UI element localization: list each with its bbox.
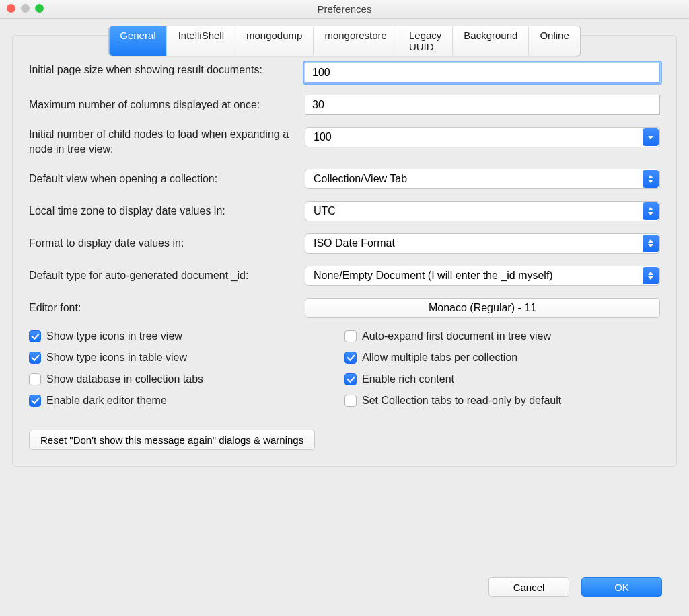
updown-icon — [643, 202, 659, 220]
date-format-select[interactable]: ISO Date Format — [305, 233, 660, 254]
titlebar: Preferences — [0, 0, 689, 19]
id-type-select[interactable]: None/Empty Document (I will enter the _i… — [305, 266, 660, 286]
checkbox-label: Show type icons in tree view — [46, 330, 182, 342]
max-columns-input[interactable] — [305, 95, 660, 115]
id-type-label: Default type for auto-generated document… — [29, 268, 305, 283]
tab-background[interactable]: Background — [453, 26, 529, 56]
check-tree-icons[interactable]: Show type icons in tree view — [29, 330, 344, 342]
tab-mongorestore[interactable]: mongorestore — [314, 26, 398, 56]
updown-icon — [643, 170, 659, 188]
max-columns-label: Maximum number of columns displayed at o… — [29, 98, 305, 112]
check-dark-theme[interactable]: Enable dark editor theme — [29, 395, 344, 407]
updown-icon — [643, 235, 659, 252]
tab-mongodump[interactable]: mongodump — [235, 26, 314, 56]
default-view-label: Default view when opening a collection: — [29, 171, 305, 186]
default-view-select[interactable]: Collection/View Tab — [305, 169, 660, 189]
editor-font-label: Editor font: — [29, 301, 305, 315]
checkbox-label: Enable rich content — [362, 373, 454, 385]
preferences-panel: General IntelliShell mongodump mongorest… — [12, 35, 677, 467]
check-show-db[interactable]: Show database in collection tabs — [29, 373, 344, 385]
cancel-button[interactable]: Cancel — [488, 577, 569, 597]
checkbox-icon — [29, 395, 41, 407]
checkbox-label: Enable dark editor theme — [46, 395, 167, 407]
date-format-label: Format to display date values in: — [29, 236, 305, 251]
checkbox-icon — [29, 330, 41, 342]
timezone-select[interactable]: UTC — [305, 201, 660, 221]
checkbox-icon — [344, 352, 357, 364]
check-multi-tabs[interactable]: Allow multiple tabs per collection — [344, 352, 660, 364]
tab-legacy-uuid[interactable]: Legacy UUID — [398, 26, 453, 56]
close-window-icon[interactable] — [7, 4, 15, 13]
tab-intellishell[interactable]: IntelliShell — [168, 26, 235, 56]
checkbox-icon — [344, 330, 357, 342]
check-rich-content[interactable]: Enable rich content — [344, 373, 660, 385]
checkbox-label: Show database in collection tabs — [46, 373, 203, 385]
checkbox-label: Show type icons in table view — [46, 352, 187, 364]
checkbox-icon — [344, 395, 357, 407]
tabs: General IntelliShell mongodump mongorest… — [108, 26, 581, 56]
checkbox-label: Allow multiple tabs per collection — [362, 352, 517, 364]
checkbox-icon — [29, 373, 41, 385]
child-nodes-label: Initial number of child nodes to load wh… — [29, 127, 305, 157]
window-title: Preferences — [318, 3, 372, 15]
zoom-window-icon[interactable] — [35, 4, 44, 13]
page-size-input[interactable] — [305, 63, 660, 83]
checkbox-icon — [344, 373, 357, 385]
child-nodes-select[interactable]: 100 — [305, 127, 660, 147]
check-table-icons[interactable]: Show type icons in table view — [29, 352, 344, 364]
reset-dialogs-button[interactable]: Reset "Don't show this message again" di… — [29, 430, 315, 450]
page-size-label: Initial page size when showing result do… — [29, 63, 305, 77]
editor-font-button[interactable]: Monaco (Regular) - 11 — [305, 298, 660, 318]
timezone-label: Local time zone to display date values i… — [29, 204, 305, 219]
chevron-down-icon — [643, 128, 659, 146]
checkbox-label: Auto-expand first document in tree view — [362, 330, 551, 342]
tab-online[interactable]: Online — [529, 26, 579, 56]
minimize-window-icon — [21, 4, 30, 13]
check-auto-expand[interactable]: Auto-expand first document in tree view — [344, 330, 660, 342]
tab-general[interactable]: General — [109, 26, 167, 56]
updown-icon — [643, 267, 659, 284]
check-readonly-tabs[interactable]: Set Collection tabs to read-only by defa… — [344, 395, 660, 407]
checkbox-icon — [29, 352, 41, 364]
checkbox-label: Set Collection tabs to read-only by defa… — [362, 395, 561, 407]
ok-button[interactable]: OK — [581, 577, 662, 597]
